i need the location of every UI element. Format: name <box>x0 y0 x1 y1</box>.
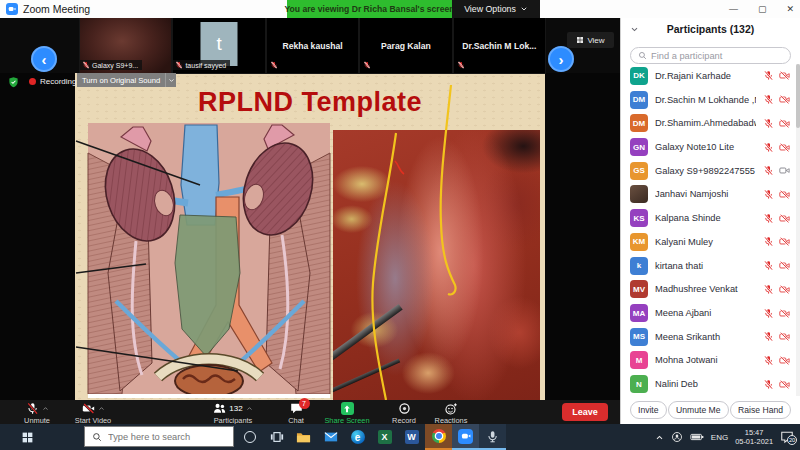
participants-button[interactable]: 132 Participants <box>200 402 266 425</box>
panel-header: Participants (132) <box>621 18 800 42</box>
video-tile[interactable]: Galaxy S9+9... <box>80 18 171 73</box>
windows-logo-icon <box>21 431 34 444</box>
chevron-up-icon <box>655 433 664 442</box>
raise-hand-button[interactable]: Raise Hand <box>730 401 791 419</box>
search-icon <box>92 432 102 442</box>
tray-app-button[interactable] <box>671 431 683 443</box>
next-videos-arrow[interactable]: › <box>548 46 574 72</box>
avatar: DM <box>630 91 648 109</box>
mic-muted-icon <box>763 355 774 366</box>
video-tile[interactable]: t tausif sayyed <box>173 18 264 73</box>
scrollbar-thumb[interactable] <box>796 64 800 128</box>
participant-row[interactable]: MV Madhushree Venkat <box>621 277 796 301</box>
share-screen-button[interactable]: Share Screen <box>318 402 376 425</box>
mic-muted-icon <box>763 189 774 200</box>
avatar: M <box>630 351 648 369</box>
avatar: KS <box>630 209 648 227</box>
word-button[interactable]: W <box>398 424 425 450</box>
search-input[interactable] <box>651 51 783 61</box>
avatar: KM <box>630 233 648 251</box>
surgical-instrument <box>333 359 400 394</box>
tile-name: Rekha kaushal <box>267 18 358 73</box>
start-button[interactable] <box>12 424 42 450</box>
participant-row[interactable]: DM Dr.Sachin M Lokhande ,Navi mu... <box>621 88 796 112</box>
leave-button[interactable]: Leave <box>562 403 608 421</box>
grid-view-icon <box>576 36 584 44</box>
avatar: MA <box>630 304 648 322</box>
scrollbar[interactable] <box>796 64 800 396</box>
unmute-button[interactable]: Unmute <box>10 402 64 425</box>
chevron-up-icon[interactable] <box>42 405 49 412</box>
previous-videos-arrow[interactable]: ‹ <box>31 46 57 72</box>
battery-button[interactable] <box>690 430 704 444</box>
chevron-up-icon[interactable] <box>246 405 253 412</box>
original-sound-button[interactable]: Turn on Original Sound <box>77 73 176 87</box>
maximize-button[interactable]: ▢ <box>758 4 767 14</box>
time: 15:47 <box>735 428 773 437</box>
participant-row[interactable]: k kirtana thati <box>621 254 796 278</box>
participant-row[interactable]: DM Dr.Shamim.Ahmedabadwala M... <box>621 111 796 135</box>
participant-row[interactable]: KM Kalyani Muley <box>621 230 796 254</box>
invite-button[interactable]: Invite <box>630 401 667 419</box>
reactions-smiley-icon <box>444 402 458 416</box>
panel-footer: Invite Unmute Me Raise Hand <box>621 401 800 419</box>
chat-button[interactable]: 7 Chat <box>278 402 314 425</box>
participant-row[interactable]: GS Galaxy S9+9892247555 <box>621 159 796 183</box>
video-off-icon <box>779 284 790 295</box>
mail-button[interactable] <box>317 424 344 450</box>
unmute-me-button[interactable]: Unmute Me <box>668 401 728 419</box>
chrome-button[interactable] <box>425 424 452 450</box>
participant-row[interactable]: KS Kalpana Shinde <box>621 206 796 230</box>
participant-row[interactable]: N Nalini Deb <box>621 372 796 396</box>
view-layout-button[interactable]: View <box>567 32 614 48</box>
mic-muted-icon <box>763 308 774 319</box>
video-off-icon <box>779 142 790 153</box>
language-indicator[interactable]: ENG <box>711 433 728 442</box>
edge-button[interactable]: e <box>344 424 371 450</box>
zoom-app-button[interactable] <box>452 424 479 450</box>
original-sound-dropdown[interactable] <box>165 73 176 87</box>
chevron-up-icon[interactable] <box>98 405 105 412</box>
participant-row[interactable]: M Mohna Jotwani <box>621 349 796 373</box>
excel-button[interactable]: X <box>371 424 398 450</box>
taskbar-search[interactable] <box>84 426 234 447</box>
slide-title: RPLND Template <box>75 87 545 118</box>
participant-row[interactable]: MS Meena Srikanth <box>621 325 796 349</box>
participant-search[interactable] <box>630 47 791 64</box>
file-explorer-button[interactable] <box>290 424 317 450</box>
task-view-button[interactable] <box>263 424 290 450</box>
mic-muted-icon <box>763 165 774 176</box>
mic-muted-icon <box>763 260 774 271</box>
tray-expand-button[interactable] <box>655 433 664 442</box>
cortana-button[interactable] <box>236 424 263 450</box>
chevron-down-icon <box>168 77 175 84</box>
anatomy-illustration <box>88 123 330 398</box>
close-button[interactable]: ✕ <box>786 4 794 14</box>
video-off-icon <box>779 236 790 247</box>
word-icon: W <box>405 430 419 444</box>
start-video-button[interactable]: Start Video <box>62 402 124 425</box>
date: 05-01-2021 <box>735 437 773 446</box>
view-options-button[interactable]: View Options <box>452 0 540 18</box>
minimize-button[interactable]: — <box>729 4 738 14</box>
view-label: View <box>587 36 604 45</box>
taskbar-search-input[interactable] <box>108 432 226 442</box>
participant-row[interactable]: MA Meena Ajbani <box>621 301 796 325</box>
edge-icon: e <box>351 430 365 444</box>
participant-row[interactable]: GN Galaxy Note10 Lite <box>621 135 796 159</box>
video-tile[interactable]: Parag Kalan <box>360 18 451 73</box>
tile-name: tausif sayyed <box>185 62 226 69</box>
voice-recorder-button[interactable] <box>479 424 506 450</box>
mic-muted-icon <box>763 236 774 247</box>
participant-row[interactable]: DK Dr.Rajani Karhade <box>621 64 796 88</box>
record-button[interactable]: Record <box>382 402 426 425</box>
participant-row[interactable]: Janhavi Namjoshi <box>621 183 796 207</box>
video-tile[interactable]: Dr.Sachin M Lok... <box>454 18 545 73</box>
notification-center-button[interactable]: 20 <box>780 430 794 444</box>
reactions-button[interactable]: Reactions <box>426 402 476 425</box>
taskbar-clock[interactable]: 15:47 05-01-2021 <box>735 428 773 446</box>
tile-name: Galaxy S9+9... <box>92 62 138 69</box>
record-icon <box>398 402 411 415</box>
video-tile[interactable]: Rekha kaushal <box>267 18 358 73</box>
mic-muted-icon <box>763 118 774 129</box>
